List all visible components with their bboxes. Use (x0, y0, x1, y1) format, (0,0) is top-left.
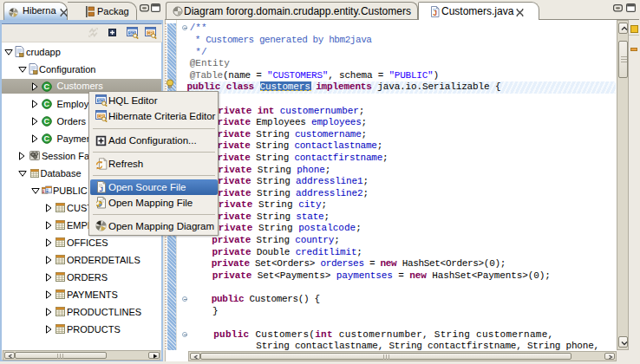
svg-text:C: C (44, 117, 50, 126)
svg-text:J: J (99, 185, 102, 193)
svg-text:C: C (44, 134, 50, 143)
svg-text:C: C (44, 100, 50, 108)
svg-text:J: J (433, 9, 437, 17)
svg-text:C: C (44, 82, 50, 91)
